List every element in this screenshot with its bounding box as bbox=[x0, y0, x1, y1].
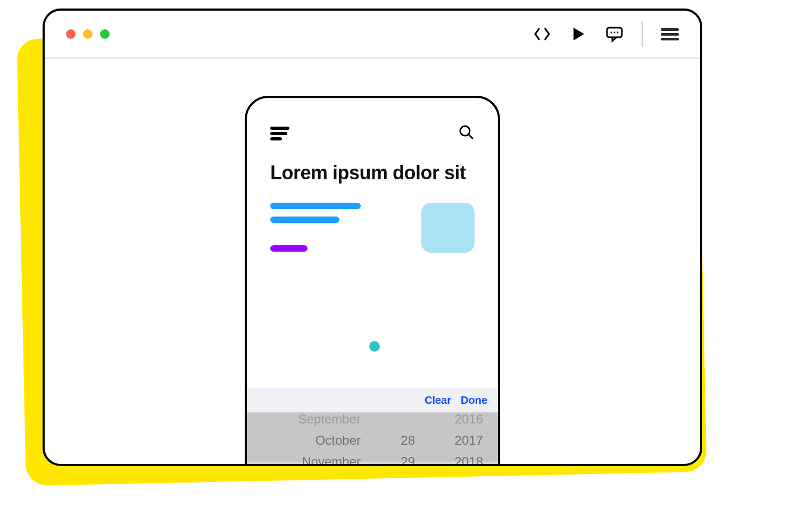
picker-day: 28 bbox=[372, 433, 415, 448]
svg-point-3 bbox=[614, 32, 616, 34]
titlebar-actions bbox=[533, 21, 679, 47]
browser-titlebar bbox=[45, 11, 700, 59]
minimize-window-button[interactable] bbox=[83, 29, 93, 39]
search-icon[interactable] bbox=[459, 124, 475, 143]
date-picker-row[interactable]: September 2016 bbox=[247, 413, 498, 430]
picker-month: November bbox=[247, 454, 363, 466]
code-icon[interactable] bbox=[533, 25, 551, 43]
play-icon[interactable] bbox=[569, 25, 587, 43]
picker-day: 29 bbox=[372, 454, 415, 466]
window-controls bbox=[66, 29, 110, 39]
phone-menu-icon[interactable] bbox=[270, 124, 289, 143]
placeholder-accent-line bbox=[270, 245, 307, 252]
placeholder-line bbox=[270, 203, 361, 209]
svg-line-6 bbox=[469, 135, 473, 139]
picker-year: 2018 bbox=[425, 454, 483, 466]
page-title: Lorem ipsum dolor sit bbox=[247, 143, 498, 185]
svg-point-5 bbox=[460, 126, 470, 136]
maximize-window-button[interactable] bbox=[100, 29, 110, 39]
picker-year: 2016 bbox=[425, 413, 483, 427]
comment-icon[interactable] bbox=[605, 25, 624, 43]
picker-month: October bbox=[247, 433, 363, 448]
cursor-indicator-icon bbox=[369, 341, 380, 352]
date-picker-wheels[interactable]: September 2016 October 28 2017 November … bbox=[247, 413, 498, 466]
phone-mock: Lorem ipsum dolor sit Clear Done Septemb… bbox=[245, 96, 500, 466]
svg-marker-0 bbox=[573, 28, 584, 40]
phone-header bbox=[247, 98, 498, 143]
hamburger-menu-icon[interactable] bbox=[661, 26, 679, 43]
svg-point-4 bbox=[617, 32, 619, 34]
titlebar-divider bbox=[642, 21, 643, 47]
close-window-button[interactable] bbox=[66, 29, 76, 39]
browser-window: Lorem ipsum dolor sit Clear Done Septemb… bbox=[43, 9, 702, 466]
date-picker-toolbar: Clear Done bbox=[247, 388, 498, 413]
picker-month: September bbox=[247, 413, 363, 427]
placeholder-line bbox=[270, 217, 339, 223]
date-picker-row[interactable]: November 29 2018 bbox=[247, 451, 498, 466]
date-picker-sheet: Clear Done September 2016 October 28 201… bbox=[247, 388, 498, 466]
picker-year: 2017 bbox=[425, 433, 483, 448]
date-picker-row[interactable]: October 28 2017 bbox=[247, 430, 498, 451]
placeholder-image-box bbox=[421, 203, 475, 253]
placeholder-text-lines bbox=[270, 203, 361, 252]
phone-content-placeholder bbox=[247, 185, 498, 253]
date-picker-clear-button[interactable]: Clear bbox=[425, 394, 451, 406]
date-picker-done-button[interactable]: Done bbox=[461, 394, 487, 406]
svg-point-2 bbox=[611, 32, 612, 34]
